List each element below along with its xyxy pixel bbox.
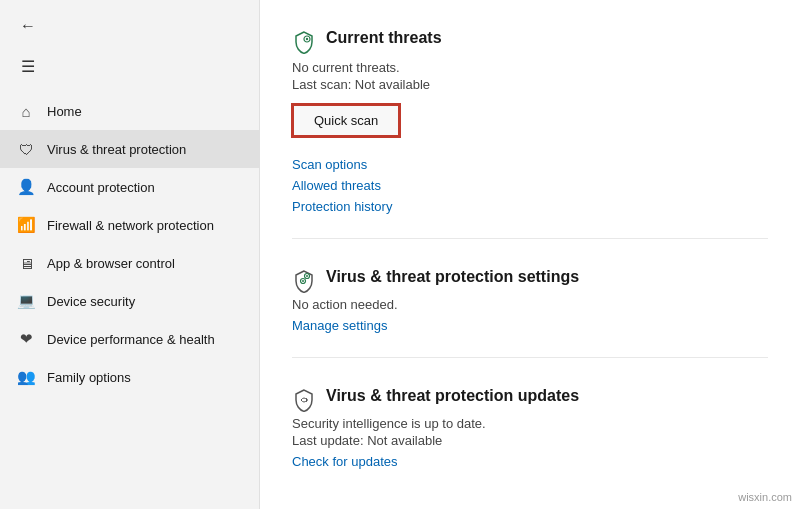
performance-icon: ❤ <box>17 330 35 348</box>
device-icon: 💻 <box>17 292 35 310</box>
last-update-text: Last update: Not available <box>292 433 768 448</box>
current-threats-title: Current threats <box>326 28 442 49</box>
sidebar-item-label: Device performance & health <box>47 332 215 347</box>
virus-settings-header: Virus & threat protection settings <box>292 267 768 293</box>
sidebar-item-account[interactable]: 👤 Account protection <box>0 168 259 206</box>
allowed-threats-link[interactable]: Allowed threats <box>292 178 768 193</box>
no-action-text: No action needed. <box>292 297 768 312</box>
no-threats-text: No current threats. <box>292 60 768 75</box>
current-threats-section: Current threats No current threats. Last… <box>292 28 768 239</box>
svg-point-1 <box>306 38 308 40</box>
sidebar-item-home[interactable]: ⌂ Home <box>0 92 259 130</box>
sidebar-item-performance[interactable]: ❤ Device performance & health <box>0 320 259 358</box>
family-icon: 👥 <box>17 368 35 386</box>
virus-updates-section: Virus & threat protection updates Securi… <box>292 386 768 493</box>
firewall-icon: 📶 <box>17 216 35 234</box>
virus-updates-title: Virus & threat protection updates <box>326 386 579 407</box>
sidebar-item-label: Virus & threat protection <box>47 142 186 157</box>
sidebar-item-label: Account protection <box>47 180 155 195</box>
sidebar-item-label: Home <box>47 104 82 119</box>
sidebar-item-device[interactable]: 💻 Device security <box>0 282 259 320</box>
sidebar-item-virus[interactable]: 🛡 Virus & threat protection <box>0 130 259 168</box>
sidebar-item-firewall[interactable]: 📶 Firewall & network protection <box>0 206 259 244</box>
sidebar-top-icons: ← ☰ <box>0 8 259 88</box>
manage-settings-link[interactable]: Manage settings <box>292 318 768 333</box>
last-scan-text: Last scan: Not available <box>292 77 768 92</box>
sidebar-item-label: Device security <box>47 294 135 309</box>
quick-scan-button[interactable]: Quick scan <box>292 104 400 137</box>
virus-updates-header: Virus & threat protection updates <box>292 386 768 412</box>
sidebar-item-family[interactable]: 👥 Family options <box>0 358 259 396</box>
svg-point-5 <box>302 280 304 282</box>
protection-history-link[interactable]: Protection history <box>292 199 768 214</box>
scan-options-link[interactable]: Scan options <box>292 157 768 172</box>
home-icon: ⌂ <box>17 102 35 120</box>
account-icon: 👤 <box>17 178 35 196</box>
main-content: Current threats No current threats. Last… <box>260 0 800 509</box>
virus-updates-content: Security intelligence is up to date. Las… <box>292 416 768 469</box>
sidebar-item-app[interactable]: 🖥 App & browser control <box>0 244 259 282</box>
check-updates-link[interactable]: Check for updates <box>292 454 768 469</box>
sidebar: ← ☰ ⌂ Home 🛡 Virus & threat protection 👤… <box>0 0 260 509</box>
virus-settings-title: Virus & threat protection settings <box>326 267 579 288</box>
sidebar-item-label: App & browser control <box>47 256 175 271</box>
virus-icon: 🛡 <box>17 140 35 158</box>
menu-button[interactable]: ☰ <box>14 52 42 80</box>
back-button[interactable]: ← <box>14 12 42 40</box>
settings-shield-icon <box>292 269 316 293</box>
current-threats-header: Current threats <box>292 28 768 54</box>
shield-virus-icon <box>292 30 316 54</box>
app-icon: 🖥 <box>17 254 35 272</box>
up-to-date-text: Security intelligence is up to date. <box>292 416 768 431</box>
sidebar-item-label: Firewall & network protection <box>47 218 214 233</box>
current-threats-content: No current threats. Last scan: Not avail… <box>292 60 768 214</box>
virus-settings-content: No action needed. Manage settings <box>292 297 768 333</box>
virus-settings-section: Virus & threat protection settings No ac… <box>292 267 768 358</box>
sidebar-nav: ⌂ Home 🛡 Virus & threat protection 👤 Acc… <box>0 92 259 396</box>
sidebar-item-label: Family options <box>47 370 131 385</box>
svg-point-3 <box>306 275 308 277</box>
update-shield-icon <box>292 388 316 412</box>
